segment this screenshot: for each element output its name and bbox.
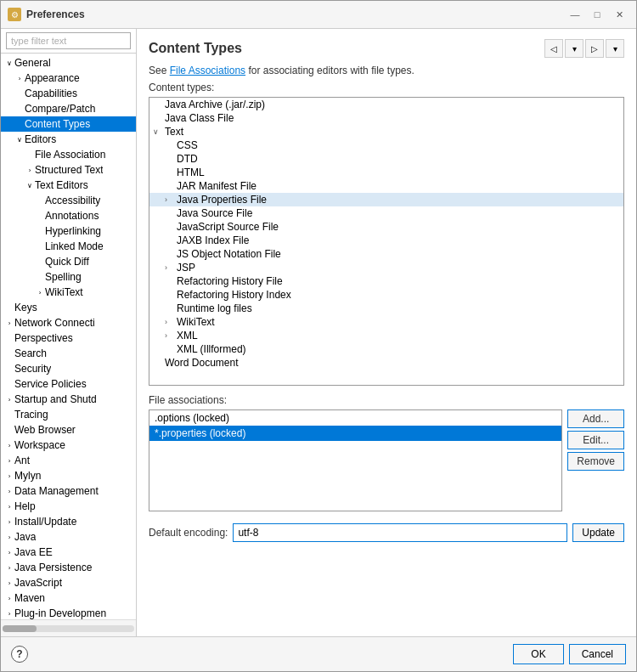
toolbar-dropdown-button[interactable]: ▾ [565,39,583,58]
sidebar-item-mylyn[interactable]: ›Mylyn [1,468,136,483]
sidebar-item-quick-diff[interactable]: Quick Diff [1,254,136,269]
sidebar-item-tracing[interactable]: Tracing [1,407,136,422]
sidebar-item-ant[interactable]: ›Ant [1,453,136,468]
ct-item-label: Refactoring History File [177,275,283,287]
sidebar-item-content-types[interactable]: Content Types [1,116,136,132]
app-icon: ⚙ [8,8,21,21]
cancel-button[interactable]: Cancel [569,644,626,664]
expander-icon [35,272,45,282]
sidebar-item-workspace[interactable]: ›Workspace [1,438,136,453]
sidebar-item-appearance[interactable]: ›Appearance [1,71,136,86]
encoding-label: Default encoding: [149,527,228,539]
expander-icon [14,88,25,99]
expander-icon: › [4,501,14,511]
encoding-input[interactable] [233,523,567,542]
ct-item-java-class[interactable]: Java Class File [149,111,623,125]
sidebar-item-help[interactable]: ›Help [1,499,136,514]
ct-item-jsp[interactable]: ›JSP [149,261,623,274]
sidebar-item-file-association[interactable]: File Association [1,147,136,162]
ct-item-refactoring-index[interactable]: Refactoring History Index [149,288,623,302]
sidebar-item-search[interactable]: Search [1,346,136,361]
fa-item-options[interactable]: .options (locked) [149,410,561,426]
sidebar-tree: ∨General›AppearanceCapabilitiesCompare/P… [1,54,136,619]
sidebar-item-label: JavaScript [14,577,62,589]
sidebar-item-plug-in-dev[interactable]: ›Plug-in Developmen [1,606,136,619]
ct-item-jar-manifest[interactable]: JAR Manifest File [149,179,623,193]
sidebar-item-maven[interactable]: ›Maven [1,590,136,606]
sidebar-item-java-ee[interactable]: ›Java EE [1,545,136,560]
ct-item-java-properties[interactable]: ›Java Properties File [149,193,623,206]
scrollbar-thumb [3,625,37,632]
filter-input[interactable] [6,32,131,49]
ct-item-html[interactable]: HTML [149,166,623,179]
sidebar-item-label: Text Editors [35,179,88,191]
ct-expander-icon: › [165,318,177,326]
sidebar-item-web-browser[interactable]: Web Browser [1,422,136,438]
sidebar-item-accessibility[interactable]: Accessibility [1,193,136,208]
update-button[interactable]: Update [572,523,624,542]
ct-item-java-source[interactable]: Java Source File [149,206,623,220]
ct-item-word-doc[interactable]: Word Document [149,356,623,370]
maximize-button[interactable]: □ [587,6,607,23]
sidebar-item-label: Appearance [25,72,80,84]
ct-item-java-archive[interactable]: Java Archive (.jar/.zip) [149,98,623,111]
ct-item-dtd[interactable]: DTD [149,152,623,166]
toolbar-dropdown2-button[interactable]: ▾ [606,39,624,58]
sidebar-item-network-conn[interactable]: ›Network Connecti [1,315,136,330]
toolbar-back-button[interactable]: ◁ [544,39,563,58]
sidebar-item-hyperlinking[interactable]: Hyperlinking [1,223,136,239]
sidebar-item-security[interactable]: Security [1,361,136,376]
sidebar-item-text-editors[interactable]: ∨Text Editors [1,178,136,193]
sidebar-item-java[interactable]: ›Java [1,529,136,545]
close-button[interactable]: ✕ [609,6,629,23]
ct-item-runtime-log[interactable]: Runtime log files [149,302,623,315]
ct-item-label: Java Class File [165,112,234,124]
remove-button[interactable]: Remove [567,452,624,471]
sidebar-item-keys[interactable]: Keys [1,300,136,315]
sidebar-item-install-update[interactable]: ›Install/Update [1,514,136,529]
add-button[interactable]: Add... [567,409,624,428]
edit-button[interactable]: Edit... [567,431,624,449]
sidebar-item-structured-text[interactable]: ›Structured Text [1,162,136,178]
sidebar-item-capabilities[interactable]: Capabilities [1,86,136,101]
sidebar-scrollbar[interactable] [1,619,136,636]
file-associations-link[interactable]: File Associations [170,65,245,76]
sidebar-item-javascript[interactable]: ›JavaScript [1,575,136,590]
expander-icon: › [4,608,14,618]
fa-item-properties[interactable]: *.properties (locked) [149,426,561,441]
ct-item-js-object-notation[interactable]: JS Object Notation File [149,247,623,261]
sidebar-item-java-persistence[interactable]: ›Java Persistence [1,560,136,575]
ct-item-css[interactable]: CSS [149,138,623,152]
ct-item-jaxb-index[interactable]: JAXB Index File [149,234,623,247]
sidebar-item-linked-mode[interactable]: Linked Mode [1,239,136,254]
ok-button[interactable]: OK [513,644,563,664]
ct-item-text[interactable]: ∨Text [149,125,623,138]
ct-expander-icon: › [165,263,177,272]
sidebar-item-general[interactable]: ∨General [1,55,136,71]
sidebar-item-startup-shutd[interactable]: ›Startup and Shutd [1,392,136,407]
sidebar-item-compare-patch[interactable]: Compare/Patch [1,101,136,116]
sidebar-item-label: Ant [14,455,30,466]
ct-item-wikitext-ct[interactable]: ›WikiText [149,315,623,329]
ct-item-javascript-source[interactable]: JavaScript Source File [149,220,623,234]
sidebar-item-perspectives[interactable]: Perspectives [1,330,136,346]
ct-item-xml[interactable]: ›XML [149,329,623,342]
sidebar-item-label: Workspace [14,439,65,451]
ct-item-refactoring-history[interactable]: Refactoring History File [149,274,623,288]
ct-item-xml-illformed[interactable]: XML (Illformed) [149,342,623,356]
sidebar-item-label: Plug-in Developmen [14,607,106,619]
expander-icon [4,425,14,435]
sidebar-item-service-policies[interactable]: Service Policies [1,376,136,392]
sidebar-item-annotations[interactable]: Annotations [1,208,136,223]
sidebar-item-wikitext[interactable]: ›WikiText [1,285,136,300]
minimize-button[interactable]: — [565,6,585,23]
toolbar-forward-button[interactable]: ▷ [585,39,604,58]
sidebar-item-label: Install/Update [14,516,76,528]
sidebar-item-label: Accessibility [45,195,100,206]
help-button[interactable]: ? [11,646,28,663]
sidebar-item-editors[interactable]: ∨Editors [1,132,136,147]
sidebar-item-data-management[interactable]: ›Data Management [1,483,136,499]
expander-icon: › [4,562,14,573]
sidebar-item-spelling[interactable]: Spelling [1,269,136,285]
expander-icon: › [4,486,14,496]
